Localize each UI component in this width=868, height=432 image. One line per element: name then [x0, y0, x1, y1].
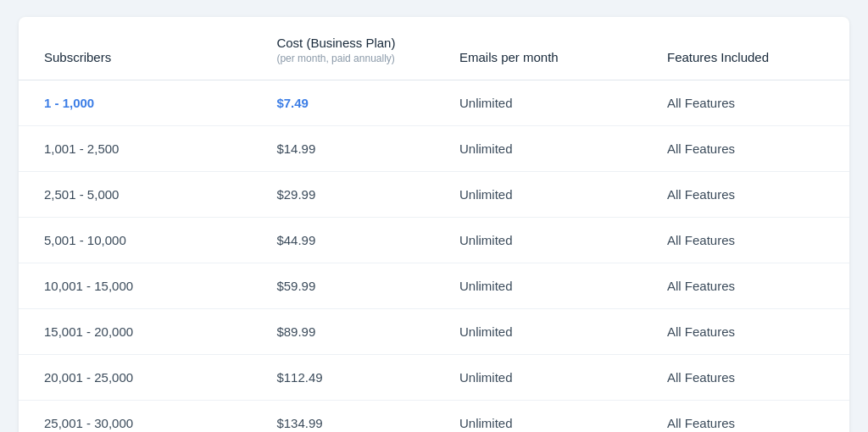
- cell-cost: $59.99: [251, 263, 434, 309]
- table-row: 1,001 - 2,500$14.99UnlimitedAll Features: [19, 126, 849, 172]
- cell-cost: $44.99: [251, 218, 434, 263]
- cell-emails: Unlimited: [434, 218, 642, 263]
- col-header-emails: Emails per month: [434, 17, 642, 80]
- cell-subscribers: 10,001 - 15,000: [19, 263, 251, 309]
- col-header-cost: Cost (Business Plan) (per month, paid an…: [251, 17, 434, 80]
- col-header-emails-label: Emails per month: [459, 50, 559, 64]
- cell-subscribers: 15,001 - 20,000: [19, 309, 251, 355]
- table-header-row: Subscribers Cost (Business Plan) (per mo…: [19, 17, 849, 80]
- cell-features: All Features: [642, 263, 849, 309]
- cell-emails: Unlimited: [434, 401, 642, 433]
- cell-emails: Unlimited: [434, 126, 642, 172]
- table-row: 10,001 - 15,000$59.99UnlimitedAll Featur…: [19, 263, 849, 309]
- cell-emails: Unlimited: [434, 80, 642, 126]
- cell-cost: $7.49: [251, 80, 434, 126]
- cell-emails: Unlimited: [434, 309, 642, 355]
- cell-features: All Features: [642, 218, 849, 263]
- table-row: 25,001 - 30,000$134.99UnlimitedAll Featu…: [19, 401, 849, 433]
- cell-subscribers: 20,001 - 25,000: [19, 355, 251, 401]
- cell-features: All Features: [642, 80, 849, 126]
- col-header-cost-label: Cost (Business Plan): [276, 36, 395, 50]
- cell-features: All Features: [642, 172, 849, 218]
- col-header-cost-sublabel: (per month, paid annually): [276, 53, 409, 64]
- table-row: 1 - 1,000$7.49UnlimitedAll Features: [19, 80, 849, 126]
- table-row: 2,501 - 5,000$29.99UnlimitedAll Features: [19, 172, 849, 218]
- cell-cost: $134.99: [251, 401, 434, 433]
- cell-cost: $14.99: [251, 126, 434, 172]
- pricing-table: Subscribers Cost (Business Plan) (per mo…: [19, 17, 849, 432]
- cell-features: All Features: [642, 309, 849, 355]
- cell-subscribers: 2,501 - 5,000: [19, 172, 251, 218]
- col-header-subscribers-label: Subscribers: [44, 50, 111, 64]
- cell-features: All Features: [642, 126, 849, 172]
- table-row: 5,001 - 10,000$44.99UnlimitedAll Feature…: [19, 218, 849, 263]
- cell-emails: Unlimited: [434, 172, 642, 218]
- col-header-features: Features Included: [642, 17, 849, 80]
- table-row: 20,001 - 25,000$112.49UnlimitedAll Featu…: [19, 355, 849, 401]
- cell-emails: Unlimited: [434, 355, 642, 401]
- cell-features: All Features: [642, 355, 849, 401]
- table-row: 15,001 - 20,000$89.99UnlimitedAll Featur…: [19, 309, 849, 355]
- cell-subscribers: 5,001 - 10,000: [19, 218, 251, 263]
- cell-subscribers: 1 - 1,000: [19, 80, 251, 126]
- col-header-features-label: Features Included: [667, 50, 769, 64]
- cell-cost: $112.49: [251, 355, 434, 401]
- cell-subscribers: 1,001 - 2,500: [19, 126, 251, 172]
- cell-cost: $89.99: [251, 309, 434, 355]
- cell-features: All Features: [642, 401, 849, 433]
- cell-cost: $29.99: [251, 172, 434, 218]
- col-header-subscribers: Subscribers: [19, 17, 251, 80]
- cell-emails: Unlimited: [434, 263, 642, 309]
- cell-subscribers: 25,001 - 30,000: [19, 401, 251, 433]
